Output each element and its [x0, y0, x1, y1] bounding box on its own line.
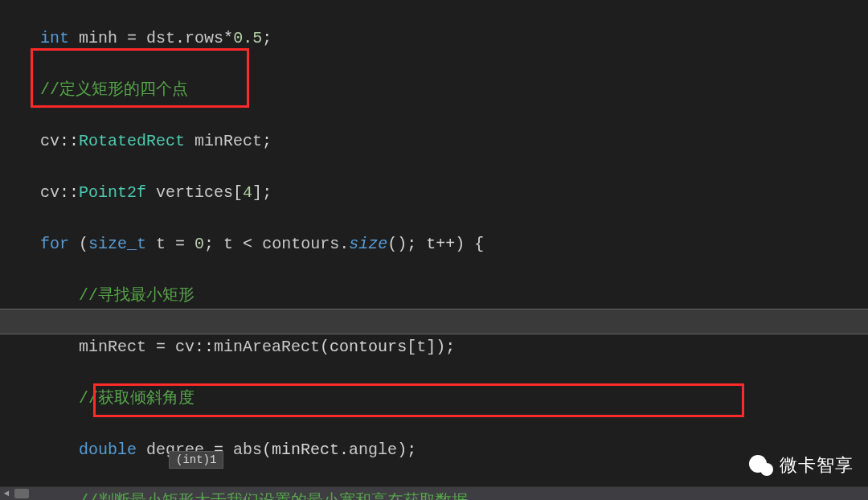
- wechat-icon: [749, 453, 773, 477]
- code-block: int minh = dst.rows*0.5; //定义矩形的四个点 cv::…: [0, 0, 667, 500]
- code-editor[interactable]: int minh = dst.rows*0.5; //定义矩形的四个点 cv::…: [0, 0, 868, 500]
- watermark: 微卡智享: [749, 453, 854, 477]
- watermark-text: 微卡智享: [780, 453, 854, 477]
- scroll-thumb[interactable]: [14, 489, 29, 498]
- debug-tooltip: (int)1: [169, 451, 223, 469]
- scroll-left-arrow[interactable]: ◄: [0, 487, 13, 500]
